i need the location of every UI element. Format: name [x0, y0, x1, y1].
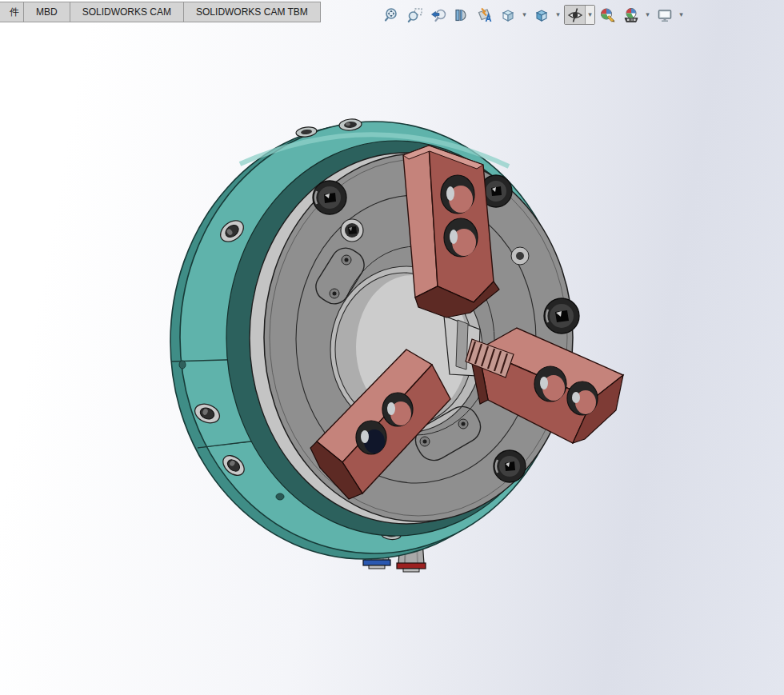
eye-icon — [567, 7, 583, 23]
zoom-fit-icon — [384, 7, 400, 23]
view-orientation-button[interactable] — [497, 4, 518, 26]
hide-show-items-button[interactable] — [565, 6, 585, 24]
section-view-button[interactable] — [450, 4, 472, 26]
view-settings-dropdown[interactable]: ▾ — [677, 6, 686, 24]
graphics-viewport[interactable] — [0, 0, 784, 695]
command-manager-tabs: 件 MBD SOLIDWORKS CAM SOLIDWORKS CAM TBM — [0, 2, 321, 22]
annotation-views-icon — [477, 7, 493, 23]
display-style-icon — [534, 7, 550, 23]
view-orientation-icon — [500, 7, 516, 23]
view-settings-icon — [657, 7, 673, 23]
zoom-area-icon — [407, 7, 423, 23]
previous-view-icon — [430, 7, 446, 23]
previous-view-button[interactable] — [427, 4, 449, 26]
view-settings-button[interactable] — [654, 4, 675, 26]
edit-appearance-icon — [600, 7, 616, 23]
apply-scene-button[interactable] — [620, 4, 642, 26]
zoom-to-area-button[interactable] — [404, 4, 426, 26]
zoom-to-fit-button[interactable] — [381, 4, 402, 26]
section-view-icon — [454, 7, 470, 23]
hide-show-items-dropdown[interactable]: ▾ — [585, 6, 594, 24]
display-style-dropdown[interactable]: ▾ — [554, 6, 562, 24]
application-window: 件 MBD SOLIDWORKS CAM SOLIDWORKS CAM TBM — [0, 0, 784, 695]
tab-solidworks-cam[interactable]: SOLIDWORKS CAM — [70, 2, 184, 22]
view-orientation-dropdown[interactable]: ▾ — [520, 6, 529, 24]
tab-mbd[interactable]: MBD — [23, 2, 70, 22]
edit-appearance-button[interactable] — [597, 4, 618, 26]
apply-scene-icon — [623, 7, 639, 23]
display-style-button[interactable] — [530, 4, 552, 26]
tab-solidworks-cam-tbm[interactable]: SOLIDWORKS CAM TBM — [183, 2, 321, 22]
dynamic-annotation-views-button[interactable] — [474, 4, 495, 26]
tab-addins-partial[interactable]: 件 — [0, 2, 24, 22]
hide-show-items-group: ▾ — [564, 5, 595, 25]
heads-up-view-toolbar: ▾ ▾ ▾ — [381, 4, 687, 26]
apply-scene-dropdown[interactable]: ▾ — [643, 6, 652, 24]
